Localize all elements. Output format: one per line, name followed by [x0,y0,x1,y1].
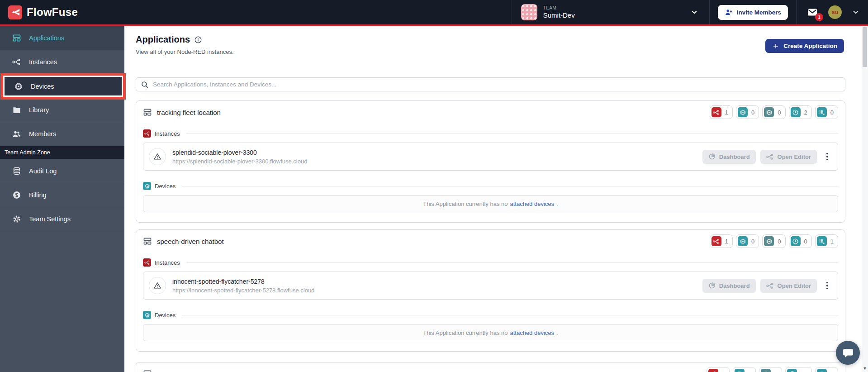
sidebar-item-instances[interactable]: Instances [0,50,124,74]
application-icon [143,237,152,246]
attached-devices-link[interactable]: attached devices [510,329,554,336]
pipeline-icon [817,369,827,372]
main-content: Applications View all of your Node-RED i… [124,26,868,372]
badge-pipelines[interactable]: 0 [815,105,838,119]
node-red-icon [766,282,774,290]
application-card-header[interactable]: tracking fleet location 1 0 0 2 [136,101,845,124]
scrollbar-down-arrow[interactable]: ▼ [863,366,867,371]
instance-url: https://innocent-spotted-flycatcher-5278… [172,287,314,294]
node-red-icon [766,153,774,161]
badge-count: 2 [804,109,807,116]
search-bar [136,77,845,91]
user-menu-chevron-icon[interactable] [852,8,860,16]
brand-name: FlowFuse [27,6,78,19]
invite-members-label: Invite Members [737,9,781,16]
badge-snapshots[interactable]: 0 [789,234,812,248]
badge-devices[interactable]: 0 [736,105,759,119]
badge-instances[interactable]: 1 [710,234,733,248]
instance-row[interactable]: innocent-spotted-flycatcher-5278 https:/… [143,272,838,300]
team-name: Sumit-Dev [543,11,575,19]
notification-badge: 1 [815,13,823,21]
empty-text: This Application currently has no [423,200,508,207]
devices-icon [14,82,23,91]
badge-pipelines[interactable]: 1 [815,234,838,248]
sidebar-item-library[interactable]: Library [0,98,124,122]
dashboard-button[interactable]: Dashboard [702,279,756,293]
badge-count: 0 [751,109,754,116]
devices-section-label: Devices [155,312,175,319]
badge-device-groups[interactable]: 0 [762,105,785,119]
sidebar-item-audit-log[interactable]: Audit Log [0,159,124,183]
sidebar-item-billing[interactable]: Billing [0,183,124,207]
device-group-icon [761,369,771,372]
badge-devices[interactable]: 1 [733,367,756,372]
create-application-button[interactable]: Create Application [765,39,844,53]
instances-icon [143,258,151,267]
clock-icon [787,369,797,372]
open-editor-label: Open Editor [778,153,811,160]
open-editor-button[interactable]: Open Editor [760,279,817,293]
devices-icon [143,182,151,190]
sidebar-item-team-settings[interactable]: Team Settings [0,207,124,231]
instance-name: splendid-sociable-plover-3300 [172,149,307,156]
search-input[interactable] [153,81,840,88]
application-card-header[interactable]: test 2 1 0 20 [136,362,845,372]
badge-snapshots[interactable]: 20 [785,367,811,372]
empty-text: This Application currently has no [423,329,508,336]
open-editor-button[interactable]: Open Editor [760,150,817,164]
chat-widget-button[interactable] [836,341,860,365]
instance-url: https://splendid-sociable-plover-3300.fl… [172,158,307,165]
device-icon [735,369,745,372]
invite-members-button[interactable]: Invite Members [718,5,788,20]
badge-device-groups[interactable]: 0 [762,234,785,248]
no-devices-message: This Application currently has no attach… [143,195,838,212]
application-card: speech-driven chatbot 1 0 0 0 [136,229,845,352]
user-avatar[interactable]: su [828,5,842,19]
badge-instances[interactable]: 2 [707,367,730,372]
badge-device-groups[interactable]: 0 [759,367,782,372]
chevron-down-icon [690,8,698,16]
sidebar-item-members[interactable]: Members [0,122,124,146]
badge-snapshots[interactable]: 2 [789,105,812,119]
scrollbar-thumb[interactable] [863,27,867,67]
top-navbar: FlowFuse TEAM: Sumit-Dev Invite Members [0,0,868,24]
sidebar-item-label: Applications [29,34,64,42]
divider [182,315,838,315]
kebab-menu-icon[interactable] [822,150,832,163]
plus-icon [772,43,779,50]
vertical-scrollbar[interactable]: ▼ [862,26,868,372]
devices-annotation-highlight: Devices [0,73,126,100]
flowfuse-logo[interactable]: FlowFuse [0,5,78,19]
create-application-label: Create Application [783,43,837,49]
badge-devices[interactable]: 0 [736,234,759,248]
page-subtitle: View all of your Node-RED instances. [136,48,234,55]
team-selector[interactable]: TEAM: Sumit-Dev [512,0,709,24]
sidebar-item-applications[interactable]: Applications [0,26,124,50]
badge-instances[interactable]: 1 [710,105,733,119]
badge-pipelines[interactable]: 0 [815,367,838,372]
dollar-icon [12,191,21,200]
attached-devices-link[interactable]: attached devices [510,200,554,207]
badge-count: 1 [748,371,751,372]
sidebar-item-devices[interactable]: Devices [3,76,123,97]
team-admin-zone-header: Team Admin Zone [0,146,124,159]
notifications-button[interactable]: 1 [806,7,818,18]
open-editor-label: Open Editor [778,282,811,289]
instance-row[interactable]: splendid-sociable-plover-3300 https://sp… [143,143,838,171]
flowfuse-logo-icon [8,5,22,19]
application-card-header[interactable]: speech-driven chatbot 1 0 0 0 [136,230,845,253]
sidebar-item-label: Devices [31,83,54,90]
members-icon [12,129,21,138]
info-icon[interactable] [194,36,202,44]
team-label: TEAM: [543,5,575,10]
empty-suffix: . [556,329,558,336]
instances-icon [12,57,21,67]
instance-status-icon [149,277,166,294]
pie-chart-icon [708,153,716,160]
device-group-icon [764,107,774,117]
no-devices-message: This Application currently has no attach… [143,324,838,341]
kebab-menu-icon[interactable] [822,279,832,292]
sidebar-item-label: Library [29,106,49,114]
applications-icon [12,33,21,43]
dashboard-button[interactable]: Dashboard [702,150,756,164]
